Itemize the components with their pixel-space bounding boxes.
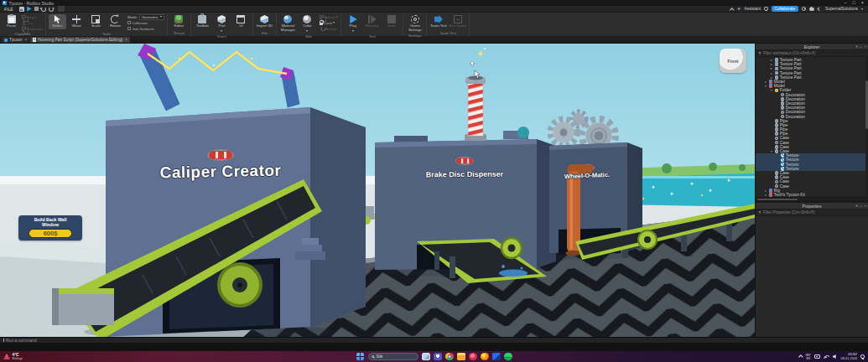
resume-button[interactable]: Resume	[363, 14, 381, 29]
properties-menu-icon[interactable]: ▾	[856, 203, 858, 209]
collapse-ribbon-icon[interactable]	[730, 8, 734, 12]
file-explorer-icon[interactable]	[457, 353, 465, 361]
color-button[interactable]: Color	[299, 14, 316, 34]
browser-icon[interactable]	[469, 353, 477, 361]
username[interactable]: SupernalSolutions	[825, 7, 858, 11]
anchor-button[interactable]: Anchor	[320, 26, 338, 31]
start-button[interactable]	[356, 353, 365, 361]
properties-float-icon[interactable]: □	[860, 203, 862, 209]
paste-button[interactable]: Paste	[3, 14, 20, 29]
roblox-studio-icon[interactable]	[492, 353, 501, 361]
network-icon[interactable]	[824, 355, 829, 359]
purchase-billboard[interactable]: Build Back Wall Window 600$	[18, 215, 82, 240]
lock-button[interactable]: Lock	[320, 20, 338, 25]
firefox-icon[interactable]	[481, 353, 489, 361]
scale-tool-button[interactable]: Scale	[87, 14, 105, 29]
move-tool-button[interactable]: Move	[68, 14, 86, 29]
play-button[interactable]: Play	[344, 14, 361, 34]
team-test-button[interactable]: Team Test	[429, 14, 447, 29]
history-icon[interactable]	[802, 7, 806, 11]
assistant-button[interactable]: Assistant	[745, 7, 761, 11]
part-button[interactable]: Part	[213, 14, 231, 34]
expand-arrow-icon[interactable]: ▾	[770, 149, 773, 153]
scrollbar-thumb[interactable]	[757, 199, 798, 201]
collaborate-button[interactable]: Collaborate	[772, 6, 799, 12]
3d-viewport[interactable]: Caliper Creator Brake Disc Dispenser Whe…	[0, 44, 755, 337]
join-surfaces-checkbox[interactable]	[127, 27, 131, 30]
toolbox-button[interactable]: Toolbox	[194, 14, 211, 29]
explorer-filter[interactable]: Filter workspace (Ctrl+Shift+X)	[756, 50, 868, 57]
file-menu[interactable]: FILE	[3, 7, 15, 12]
price-button[interactable]: 600$	[29, 229, 72, 238]
chrome-icon[interactable]	[445, 353, 454, 361]
tab-model[interactable]	[65, 6, 71, 12]
explorer-horizontal-scrollbar[interactable]	[756, 197, 868, 200]
expand-arrow-icon[interactable]: ▸	[770, 75, 773, 80]
material-manager-button[interactable]: Material Manager	[279, 14, 297, 33]
rotate-tool-button[interactable]: Rotate	[107, 14, 124, 29]
taskbar-search[interactable]: Sök	[368, 353, 418, 360]
close-tab-icon[interactable]: ×	[24, 38, 27, 42]
undo-icon[interactable]	[41, 7, 46, 12]
expand-arrow-icon[interactable]: ▾	[764, 84, 767, 88]
language-indicator[interactable]: INT SV	[806, 354, 811, 360]
redo-icon[interactable]	[49, 7, 54, 12]
color-dropdown-caret-icon[interactable]	[306, 30, 308, 33]
touch-keyboard-icon[interactable]	[814, 354, 820, 359]
explorer-float-icon[interactable]: □	[860, 44, 862, 50]
cut-button[interactable]: Cut	[22, 20, 43, 25]
import-3d-button[interactable]: Import 3D	[256, 14, 273, 29]
chat-icon[interactable]	[434, 353, 442, 361]
volume-icon[interactable]	[833, 354, 838, 359]
explorer-menu-icon[interactable]: ▾	[856, 44, 858, 50]
user-menu-caret-icon[interactable]	[861, 8, 863, 11]
play-caret-icon[interactable]	[352, 30, 354, 33]
tab-avatar[interactable]	[71, 6, 78, 12]
stop-button[interactable]: Stop	[382, 14, 400, 29]
task-view-icon[interactable]	[422, 353, 430, 361]
spotify-icon[interactable]	[504, 353, 512, 361]
share-icon[interactable]	[818, 7, 822, 11]
duplicate-button[interactable]: Duplicate	[22, 26, 43, 31]
exit-game-button[interactable]: Exit Game	[449, 14, 466, 29]
part-dropdown-caret-icon[interactable]	[221, 30, 222, 33]
notifications-bell-icon[interactable]	[764, 7, 768, 11]
minimize-button[interactable]: –	[844, 0, 846, 6]
notification-center-icon[interactable]	[860, 354, 865, 359]
weather-widget[interactable]: 4°C Molnigt	[0, 353, 134, 360]
clock[interactable]: 20:32 08-01-2024	[841, 353, 857, 360]
save-icon[interactable]	[19, 7, 24, 12]
scrollbar-thumb[interactable]	[865, 80, 868, 129]
collisions-checkbox-row[interactable]: Collisions	[127, 20, 164, 25]
viewport-3d-scene[interactable]	[0, 44, 755, 337]
tab-tycoon[interactable]: Tycoon ×	[2, 37, 29, 43]
game-settings-button[interactable]: Game Settings	[406, 14, 424, 33]
play-icon[interactable]	[27, 7, 32, 12]
stop-icon[interactable]	[34, 7, 39, 11]
tray-expand-icon[interactable]	[798, 355, 803, 359]
group-button[interactable]: Group	[320, 14, 338, 19]
terrain-editor-button[interactable]: Editor	[170, 14, 188, 29]
cloud-sync-icon[interactable]	[809, 8, 814, 11]
copy-button[interactable]: Copy	[22, 14, 43, 19]
close-tab-icon[interactable]: ×	[125, 38, 127, 42]
tab-view[interactable]	[85, 6, 91, 12]
mode-dropdown[interactable]: Geometric	[139, 14, 164, 20]
properties-close-icon[interactable]: ×	[864, 203, 866, 209]
view-selector-cube[interactable]: Front	[720, 49, 746, 73]
properties-filter[interactable]: Filter Properties (Ctrl+Shift+P)	[756, 209, 868, 216]
maximize-button[interactable]: □	[852, 0, 855, 6]
expand-arrow-icon[interactable]: ▾	[770, 88, 773, 92]
collisions-checkbox[interactable]	[127, 21, 131, 24]
close-button[interactable]: ×	[861, 0, 864, 6]
tab-plugins[interactable]	[91, 6, 98, 12]
explorer-close-icon[interactable]: ×	[864, 44, 866, 50]
tab-test[interactable]	[78, 6, 85, 12]
ui-button[interactable]: UI	[232, 14, 250, 29]
select-tool-button[interactable]: Select	[49, 14, 66, 29]
left-machine[interactable]	[52, 288, 114, 325]
tab-hovering-part-script[interactable]: Hovering Part Script (SuperiorSolutions …	[30, 37, 130, 43]
command-bar[interactable]: Run a command	[0, 337, 868, 343]
explorer-vertical-scrollbar[interactable]	[865, 57, 868, 197]
tab-home[interactable]	[58, 6, 65, 12]
